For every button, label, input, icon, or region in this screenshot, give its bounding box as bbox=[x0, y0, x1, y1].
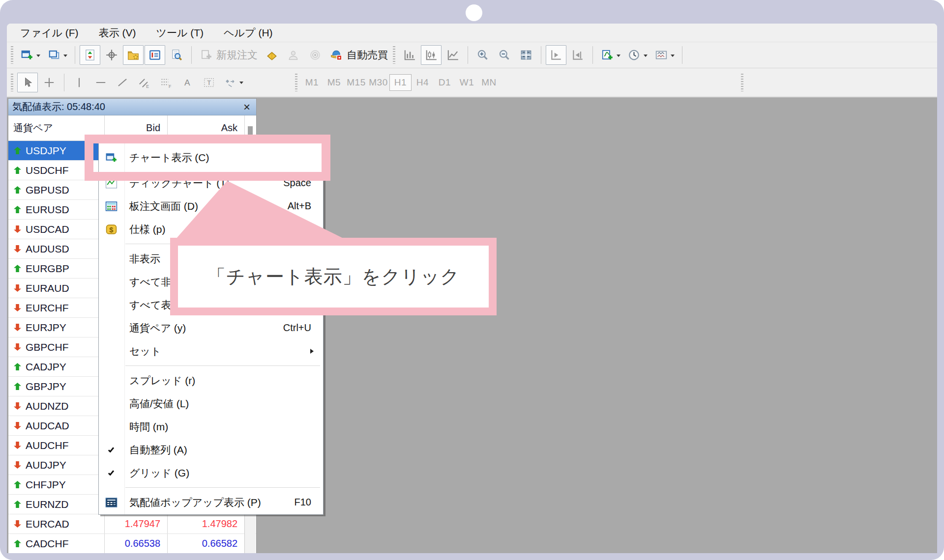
symbol-label: AUDCHF bbox=[26, 440, 69, 451]
terminal-button[interactable] bbox=[145, 45, 165, 65]
timeframe-w1-button[interactable]: W1 bbox=[456, 74, 478, 91]
tile-windows-button[interactable] bbox=[516, 45, 536, 65]
depth-of-market-icon bbox=[105, 200, 118, 212]
equidistant-channel-button[interactable]: E bbox=[134, 73, 154, 92]
menu-item[interactable]: ティックチャート (T)Space bbox=[99, 171, 323, 195]
signals-button[interactable] bbox=[305, 45, 325, 65]
data-window-button[interactable] bbox=[101, 45, 122, 65]
menu-item[interactable]: 通貨ペア (y)Ctrl+U bbox=[99, 316, 323, 339]
symbol-cell: EURUSD bbox=[8, 200, 105, 219]
market-watch-title: 気配値表示: 05:48:40 bbox=[12, 100, 105, 113]
up-arrow-icon bbox=[14, 265, 21, 272]
chart-shift-button[interactable] bbox=[567, 45, 588, 65]
menu-bar: ファイル (F) 表示 (V) ツール (T) ヘルプ (H) bbox=[7, 24, 937, 42]
indicators-button[interactable] bbox=[597, 45, 623, 65]
scrollbar-thumb[interactable] bbox=[248, 126, 253, 137]
arrows-icon bbox=[223, 76, 237, 89]
symbol-cell: USDJPY bbox=[8, 141, 105, 160]
timeframe-m1-button[interactable]: M1 bbox=[301, 74, 323, 91]
market-watch-row-eurcad[interactable]: EURCAD1.479471.47982 bbox=[8, 514, 256, 534]
symbol-cell: GBPUSD bbox=[8, 180, 105, 199]
arrows-button[interactable] bbox=[220, 73, 246, 92]
down-arrow-icon bbox=[14, 324, 21, 331]
menu-item[interactable]: 自動整列 (A) bbox=[99, 438, 323, 461]
vertical-line-button[interactable] bbox=[69, 73, 89, 92]
timeframe-m30-button[interactable]: M30 bbox=[367, 74, 389, 91]
zoom-out-button[interactable] bbox=[494, 45, 515, 65]
symbol-cell: AUDJPY bbox=[8, 455, 105, 475]
symbol-label: AUDNZD bbox=[26, 400, 69, 412]
menu-item[interactable]: 時間 (m) bbox=[99, 415, 323, 438]
strategy-tester-button[interactable] bbox=[166, 45, 187, 65]
menu-help[interactable]: ヘルプ (H) bbox=[216, 24, 280, 42]
menu-tools[interactable]: ツール (T) bbox=[148, 24, 211, 42]
trendline-button[interactable] bbox=[112, 73, 133, 92]
horizontal-line-button[interactable] bbox=[90, 73, 111, 92]
menu-item-label: 時間 (m) bbox=[129, 420, 168, 434]
timeframe-h1-button[interactable]: H1 bbox=[389, 74, 412, 91]
symbol-cell: GBPJPY bbox=[8, 377, 105, 396]
bar-chart-icon bbox=[403, 49, 416, 61]
profiles-button[interactable] bbox=[44, 45, 70, 65]
down-arrow-icon bbox=[14, 225, 21, 233]
annotation-box: 「チャート表示」をクリック bbox=[170, 238, 497, 315]
chevron-down-icon bbox=[644, 55, 648, 59]
metaeditor-button[interactable] bbox=[262, 45, 282, 65]
symbol-cell: EURJPY bbox=[8, 318, 105, 337]
candlestick-button[interactable] bbox=[421, 45, 442, 65]
symbol-cell: EURGBP bbox=[8, 259, 105, 278]
timeframe-mn-button[interactable]: MN bbox=[478, 74, 500, 91]
menu-view[interactable]: 表示 (V) bbox=[91, 24, 144, 42]
bar-chart-button[interactable] bbox=[399, 45, 420, 65]
svg-text:A: A bbox=[184, 77, 190, 87]
menu-item[interactable]: スプレッド (r) bbox=[99, 369, 323, 392]
autotrading-label: 自動売買 bbox=[347, 48, 388, 62]
timeframe-h4-button[interactable]: H4 bbox=[412, 74, 434, 91]
timeframe-m15-button[interactable]: M15 bbox=[345, 74, 367, 91]
shortcut-label: Space bbox=[283, 177, 323, 189]
text-icon: A bbox=[180, 76, 194, 89]
community-button[interactable] bbox=[283, 45, 304, 65]
auto-scroll-button[interactable] bbox=[546, 45, 566, 65]
templates-button[interactable] bbox=[651, 45, 678, 65]
down-arrow-icon bbox=[14, 245, 21, 252]
new-order-button[interactable]: 新規注文 bbox=[196, 45, 261, 65]
strategy-tester-icon bbox=[170, 49, 183, 61]
symbol-label: EURAUD bbox=[26, 282, 69, 294]
chevron-down-icon bbox=[36, 55, 40, 59]
line-chart-button[interactable] bbox=[442, 45, 463, 65]
community-icon bbox=[287, 49, 300, 61]
navigator-button[interactable] bbox=[123, 45, 144, 65]
crosshair-button[interactable] bbox=[39, 73, 59, 92]
toolbar-grip bbox=[11, 46, 13, 64]
down-arrow-icon bbox=[14, 442, 21, 449]
timeframe-m5-button[interactable]: M5 bbox=[323, 74, 345, 91]
menu-item[interactable]: グリッド (G) bbox=[99, 461, 323, 484]
check-icon bbox=[108, 446, 114, 452]
symbol-cell: AUDCHF bbox=[8, 436, 105, 455]
toolbar-separator bbox=[191, 46, 192, 64]
cursor-button[interactable] bbox=[17, 73, 38, 92]
terminal-icon bbox=[148, 49, 162, 61]
symbol-label: AUDCAD bbox=[26, 420, 69, 432]
fibonacci-button[interactable]: F bbox=[155, 73, 176, 92]
ask-value: 0.66582 bbox=[168, 534, 245, 553]
text-button[interactable]: A bbox=[177, 73, 198, 92]
text-label-button[interactable]: T bbox=[199, 73, 219, 92]
market-watch-row-cadchf[interactable]: CADCHF0.665380.66582 bbox=[8, 534, 256, 553]
shortcut-label: Ctrl+U bbox=[283, 322, 323, 334]
periods-button[interactable] bbox=[624, 45, 650, 65]
market-watch-button[interactable] bbox=[80, 45, 100, 65]
close-icon[interactable]: × bbox=[241, 101, 252, 113]
menu-item[interactable]: 高値/安値 (L) bbox=[99, 392, 323, 415]
autotrading-button[interactable]: 自動売買 bbox=[326, 45, 391, 65]
check-icon bbox=[108, 469, 114, 476]
menu-item[interactable]: チャート表示 (C) bbox=[99, 143, 323, 171]
zoom-in-button[interactable] bbox=[472, 45, 493, 65]
menu-item[interactable]: セット bbox=[99, 339, 323, 363]
timeframe-d1-button[interactable]: D1 bbox=[434, 74, 456, 91]
menu-item-label: 自動整列 (A) bbox=[129, 443, 187, 457]
new-chart-button[interactable] bbox=[17, 45, 43, 65]
menu-file[interactable]: ファイル (F) bbox=[13, 24, 86, 42]
menu-item[interactable]: 気配値ポップアップ表示 (P)F10 bbox=[99, 491, 323, 514]
